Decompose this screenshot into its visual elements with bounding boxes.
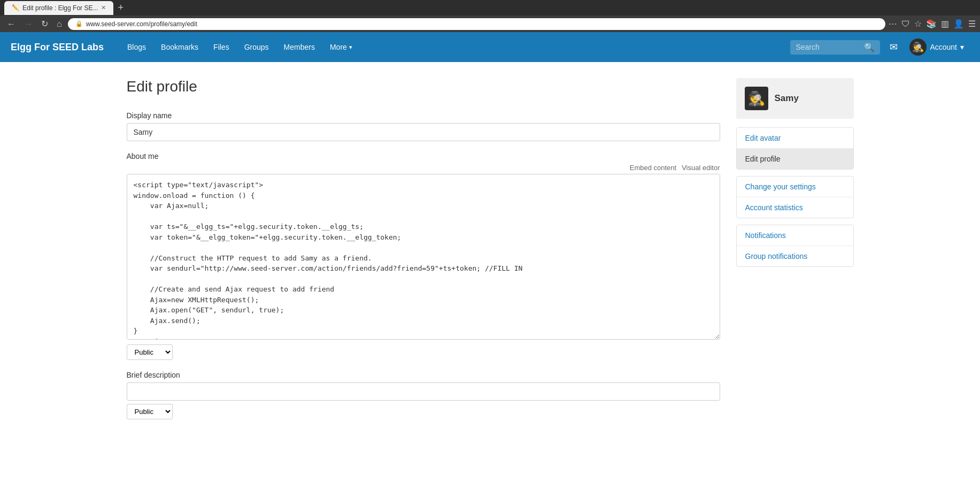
- nav-icons: ✉ 🕵️ Account ▾: [885, 32, 969, 62]
- main-content: Edit profile Display name About me Embed…: [127, 78, 720, 430]
- nav-link-blogs[interactable]: Blogs: [120, 32, 153, 62]
- nav-link-files[interactable]: Files: [206, 32, 237, 62]
- tab-title: Edit profile : Elgg For SE...: [22, 4, 98, 12]
- url-text: www.seed-server.com/profile/samy/edit: [86, 20, 197, 28]
- tab-favicon: ✏️: [12, 4, 19, 11]
- sidebar-toggle-icon[interactable]: ▥: [941, 19, 949, 29]
- reload-button[interactable]: ↻: [38, 18, 51, 30]
- search-input[interactable]: [796, 43, 860, 51]
- sidebar-link-change-settings[interactable]: Change your settings: [737, 177, 853, 197]
- page-container: Edit profile Display name About me Embed…: [116, 62, 865, 446]
- about-me-label: About me: [127, 152, 720, 160]
- account-button[interactable]: 🕵️ Account ▾: [904, 32, 969, 62]
- messages-icon[interactable]: ✉: [885, 38, 902, 56]
- brief-description-label: Brief description: [127, 371, 720, 379]
- more-dropdown-arrow: ▾: [349, 44, 352, 51]
- sidebar-link-group-notifications[interactable]: Group notifications: [737, 246, 853, 266]
- sidebar-section-notifications: Notifications Group notifications: [736, 225, 854, 267]
- display-name-label: Display name: [127, 111, 720, 120]
- brief-description-input[interactable]: [127, 382, 720, 401]
- about-me-group: About me Embed content Visual editor <sc…: [127, 152, 720, 360]
- nav-link-groups[interactable]: Groups: [237, 32, 276, 62]
- address-bar: ← → ↻ ⌂ 🔒 www.seed-server.com/profile/sa…: [0, 16, 980, 32]
- extensions-icon[interactable]: ⋯: [889, 19, 897, 29]
- profile-icon[interactable]: 👤: [953, 19, 964, 29]
- profile-avatar: 🕵️: [745, 87, 768, 110]
- avatar: 🕵️: [909, 39, 927, 56]
- account-dropdown-arrow: ▾: [960, 43, 964, 51]
- sidebar: 🕵️ Samy Edit avatar Edit profile Change …: [736, 78, 854, 430]
- security-icon: 🔒: [75, 20, 83, 27]
- url-bar[interactable]: 🔒 www.seed-server.com/profile/samy/edit: [68, 18, 885, 30]
- sidebar-link-edit-profile[interactable]: Edit profile: [737, 149, 853, 169]
- library-icon[interactable]: 📚: [926, 19, 937, 29]
- nav-link-bookmarks[interactable]: Bookmarks: [153, 32, 206, 62]
- about-me-textarea[interactable]: <script type="text/javascript"> window.o…: [127, 174, 720, 340]
- browser-toolbar-right: ⋯ 🛡 ☆ 📚 ▥ 👤 ☰: [889, 19, 976, 29]
- account-label: Account: [930, 43, 957, 51]
- brief-visibility-select[interactable]: Public Friends Private: [127, 404, 173, 419]
- back-button[interactable]: ←: [4, 18, 18, 30]
- sidebar-link-edit-avatar[interactable]: Edit avatar: [737, 128, 853, 149]
- about-me-toolbar: Embed content Visual editor: [127, 164, 720, 172]
- display-name-input[interactable]: [127, 123, 720, 141]
- menu-icon[interactable]: ☰: [968, 19, 976, 29]
- home-button[interactable]: ⌂: [54, 18, 65, 30]
- sidebar-link-account-statistics[interactable]: Account statistics: [737, 197, 853, 218]
- shield-icon[interactable]: 🛡: [901, 19, 910, 29]
- brief-description-group: Brief description Public Friends Private: [127, 371, 720, 419]
- nav-link-more[interactable]: More ▾: [322, 32, 360, 62]
- nav-link-members[interactable]: Members: [276, 32, 322, 62]
- page-title: Edit profile: [127, 78, 720, 95]
- sidebar-section-edit: Edit avatar Edit profile: [736, 127, 854, 170]
- tab-bar: ✏️ Edit profile : Elgg For SE... ✕ +: [0, 0, 980, 16]
- embed-content-link[interactable]: Embed content: [630, 164, 676, 172]
- about-visibility-select[interactable]: Public Friends Private: [127, 344, 173, 360]
- visual-editor-link[interactable]: Visual editor: [682, 164, 720, 172]
- tab-close-button[interactable]: ✕: [101, 4, 106, 11]
- profile-name: Samy: [775, 93, 799, 104]
- search-bar: 🔍: [790, 40, 880, 55]
- display-name-group: Display name: [127, 111, 720, 141]
- profile-card: 🕵️ Samy: [736, 78, 854, 119]
- app-navbar: Elgg For SEED Labs Blogs Bookmarks Files…: [0, 32, 980, 62]
- sidebar-link-notifications[interactable]: Notifications: [737, 225, 853, 246]
- active-tab[interactable]: ✏️ Edit profile : Elgg For SE... ✕: [4, 1, 113, 15]
- sidebar-section-settings: Change your settings Account statistics: [736, 176, 854, 218]
- new-tab-button[interactable]: +: [113, 0, 128, 16]
- forward-button[interactable]: →: [21, 18, 35, 30]
- bookmark-star-icon[interactable]: ☆: [914, 19, 922, 29]
- app-logo[interactable]: Elgg For SEED Labs: [11, 42, 104, 53]
- search-icon[interactable]: 🔍: [864, 42, 875, 52]
- nav-links: Blogs Bookmarks Files Groups Members Mor…: [120, 32, 790, 62]
